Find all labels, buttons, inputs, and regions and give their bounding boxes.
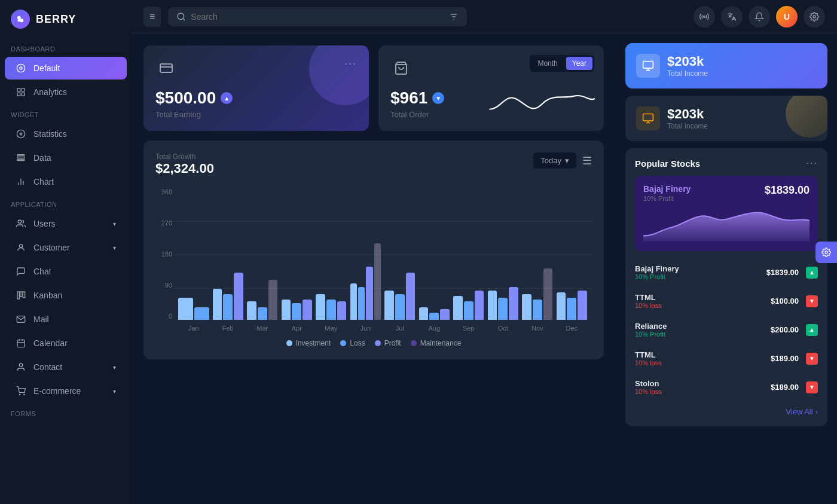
floating-settings-button[interactable] — [815, 242, 837, 263]
y-label-270: 270 — [155, 219, 172, 227]
chat-icon — [16, 266, 26, 277]
chart-title-label: Total Growth — [155, 152, 214, 161]
stocks-card: Popular Stocks ··· Bajaj Finery 10% Prof… — [625, 148, 827, 426]
x-label-mar: Mar — [247, 325, 278, 332]
stock-trend-badge: ▼ — [806, 295, 818, 307]
x-label-sep: Sep — [453, 325, 484, 332]
svg-rect-12 — [17, 155, 25, 156]
income-label-blue: Total Income — [667, 69, 708, 78]
svg-rect-40 — [643, 62, 653, 69]
main-panel: ··· $500.00 ▲ Total Earning Month Year — [132, 33, 616, 504]
loss-bar — [326, 300, 336, 320]
income-info-blue: $203k Total Income — [667, 54, 708, 78]
avatar[interactable]: U — [776, 6, 798, 28]
dropdown-icon: ▾ — [565, 156, 569, 165]
sidebar-item-chart[interactable]: Chart — [5, 170, 127, 193]
view-all-link[interactable]: View All › — [786, 407, 818, 416]
chart-menu-icon[interactable]: ☰ — [582, 154, 592, 167]
bar-group-feb — [213, 273, 244, 320]
x-label-nov: Nov — [522, 325, 553, 332]
bar-group-jan — [178, 298, 209, 320]
calendar-icon — [16, 338, 26, 349]
sidebar-item-chat[interactable]: Chat — [5, 260, 127, 283]
notification-button[interactable] — [749, 6, 770, 28]
analytics-icon — [16, 87, 26, 97]
loss-bar — [194, 307, 209, 320]
x-label-apr: Apr — [282, 325, 313, 332]
y-label-360: 360 — [155, 188, 172, 196]
broadcast-button[interactable] — [694, 6, 715, 28]
profit-bar — [337, 301, 347, 320]
sidebar-item-users[interactable]: Users ▾ — [5, 212, 127, 235]
order-value: $961 ▼ — [390, 88, 592, 108]
svg-rect-7 — [17, 93, 20, 96]
sidebar-item-ecommerce[interactable]: E-commerce ▾ — [5, 380, 127, 402]
loss-bar — [464, 301, 474, 320]
bar-group-sep — [453, 291, 484, 320]
stock-value: $189.00 — [771, 354, 799, 363]
menu-button[interactable]: ≡ — [143, 7, 161, 27]
y-label-0: 0 — [155, 313, 172, 320]
sidebar: BERRY Dashboard Default Analytics Widget… — [0, 0, 132, 504]
earning-label: Total Earning — [155, 110, 357, 119]
stock-row-3: TTML10% loss$189.00▼ — [635, 344, 818, 373]
profit-dot — [375, 340, 381, 346]
stock-info: TTML10% loss — [635, 293, 662, 309]
search-icon — [176, 12, 186, 22]
logo[interactable]: BERRY — [0, 0, 132, 38]
profit-bar — [303, 300, 312, 320]
sidebar-item-statistics[interactable]: Statistics — [5, 123, 127, 145]
stock-trend-badge: ▲ — [806, 324, 818, 336]
sidebar-item-label: Analytics — [33, 87, 67, 97]
income-icon-dark — [636, 106, 660, 130]
earning-card: ··· $500.00 ▲ Total Earning — [143, 45, 369, 131]
stock-name: Reliance — [635, 322, 667, 331]
profit-bar — [509, 287, 518, 320]
svg-rect-14 — [17, 160, 25, 161]
search-input[interactable] — [191, 12, 444, 22]
sidebar-item-contact[interactable]: Contact ▾ — [5, 356, 127, 378]
loss-bar — [498, 298, 508, 320]
stock-row-1: TTML10% loss$100.00▼ — [635, 287, 818, 316]
legend-investment: Investment — [286, 339, 331, 347]
translate-button[interactable] — [721, 6, 743, 28]
bar-group-jul — [384, 273, 416, 320]
svg-line-31 — [183, 19, 185, 20]
sidebar-item-calendar[interactable]: Calendar — [5, 332, 127, 355]
loss-bar — [292, 303, 301, 320]
stock-name: Bajaj Finery — [635, 264, 679, 273]
svg-point-35 — [704, 16, 705, 17]
stock-info: Stolon10% loss — [635, 379, 662, 395]
svg-point-28 — [19, 394, 20, 395]
sidebar-item-default[interactable]: Default — [5, 57, 127, 80]
investment-bar — [247, 301, 256, 320]
stock-name: TTML — [635, 350, 662, 359]
income-amount-dark: $203k — [667, 106, 708, 122]
maintenance-bar — [374, 243, 381, 320]
mail-icon — [16, 314, 26, 325]
today-button[interactable]: Today ▾ — [533, 152, 576, 169]
sidebar-item-customer[interactable]: Customer ▾ — [5, 236, 127, 259]
stocks-menu-icon[interactable]: ··· — [807, 158, 818, 169]
sidebar-item-data[interactable]: Data — [5, 146, 127, 169]
ecommerce-icon — [16, 386, 26, 396]
x-label-jan: Jan — [178, 325, 209, 332]
investment-bar — [213, 289, 222, 320]
earning-badge: ▲ — [221, 92, 233, 104]
maintenance-bar — [543, 268, 553, 320]
stock-value: $189.00 — [771, 383, 799, 392]
stocks-header: Popular Stocks ··· — [635, 158, 818, 169]
chevron-icon: ▾ — [113, 388, 116, 395]
stock-change: 10% loss — [635, 359, 662, 366]
x-axis-labels: JanFebMarAprMayJunJulAugSepOctNovDec — [173, 320, 592, 332]
filter-icon[interactable] — [449, 12, 459, 22]
stock-name: TTML — [635, 293, 662, 302]
settings-button[interactable] — [804, 6, 825, 28]
sidebar-item-mail[interactable]: Mail — [5, 308, 127, 331]
investment-bar — [419, 307, 429, 320]
sidebar-item-analytics[interactable]: Analytics — [5, 81, 127, 103]
loss-bar — [395, 294, 405, 320]
income-card-dark: $203k Total Income — [625, 96, 827, 141]
sidebar-item-kanban[interactable]: Kanban — [5, 284, 127, 307]
bar-group-jun — [350, 243, 381, 320]
